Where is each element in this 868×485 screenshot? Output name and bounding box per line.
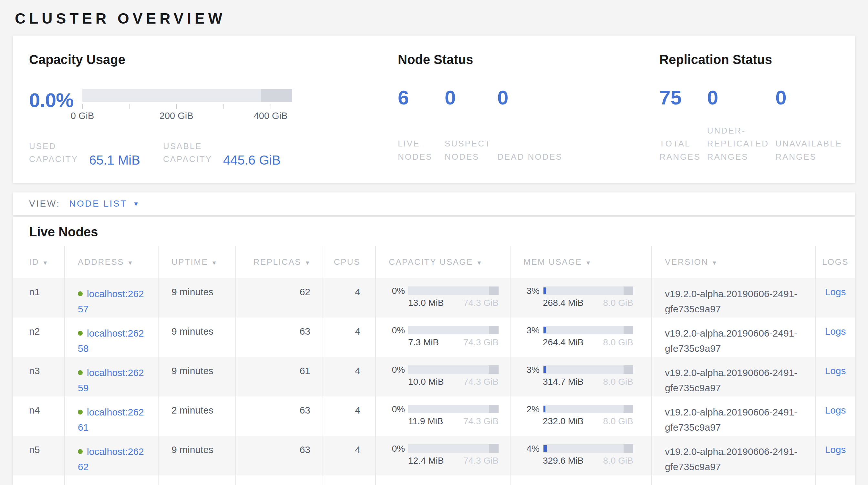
live-nodes-count: 6: [398, 86, 445, 109]
capacity-gauge: 0.0% 0 GiB 200 GiB 400 GiB: [29, 89, 398, 122]
node-uptime-cell: 9 minutes: [158, 357, 236, 396]
capacity-usage-title: Capacity Usage: [29, 52, 398, 67]
view-dropdown-value[interactable]: NODE LIST: [69, 199, 127, 209]
live-nodes-title: Live Nodes: [13, 217, 855, 246]
node-address-cell: localhost:26259: [65, 357, 158, 396]
column-header-mem-usage[interactable]: MEM USAGE▼: [510, 246, 652, 278]
node-capacity-usage-cell: 0% 10.0 MiB 74.3 GiB: [376, 357, 510, 396]
node-version-cell: v19.2.0-alpha.20190606-2491-gfe735c9a97: [652, 436, 815, 475]
capacity-total-value: 74.3 GiB: [463, 298, 499, 308]
live-nodes-table: ID▼ ADDRESS▼ UPTIME▼ REPLICAS▼ CPUS CAPA…: [13, 246, 855, 485]
capacity-percent-label: 0%: [389, 326, 405, 348]
node-mem-usage-cell: 3% 268.4 MiB 8.0 GiB: [510, 278, 652, 317]
capacity-usage-bar: [408, 365, 499, 374]
node-cpus-cell: 4: [323, 317, 376, 357]
node-replicas-cell: 63: [236, 436, 323, 475]
capacity-usage-bar: [408, 326, 499, 334]
used-capacity-stat: USED CAPACITY 65.1 MiB: [29, 140, 163, 166]
mem-used-value: 268.4 MiB: [543, 298, 584, 308]
mem-percent-label: 4%: [523, 444, 539, 466]
node-address-link[interactable]: localhost:26257: [78, 286, 147, 317]
node-mem-usage-cell: 4% 329.6 MiB 8.0 GiB: [510, 436, 652, 475]
capacity-gauge-bar: [82, 89, 292, 102]
node-version-cell: v19.2.0-alpha.20190606-2491-gfe735c9a97: [652, 357, 815, 396]
logs-link[interactable]: Logs: [825, 405, 846, 416]
column-header-replicas[interactable]: REPLICAS▼: [236, 246, 323, 278]
node-id-cell: n2: [13, 317, 65, 357]
sort-arrow-icon: ▼: [476, 260, 482, 266]
node-capacity-usage-cell: 0% 11.9 MiB 74.3 GiB: [376, 396, 510, 436]
capacity-percent-label: 0%: [389, 405, 405, 426]
node-cpus-cell: 4: [323, 278, 376, 317]
node-address-cell: localhost:26262: [65, 436, 158, 475]
live-status-dot-icon: [78, 449, 83, 454]
node-mem-usage-cell: 2% 232.0 MiB 8.0 GiB: [510, 396, 652, 436]
logs-link[interactable]: Logs: [825, 365, 846, 376]
node-address-link[interactable]: localhost:26261: [78, 405, 147, 435]
mem-usage-bar: [543, 365, 633, 374]
view-dropdown[interactable]: NODE LIST ▼: [69, 199, 139, 209]
node-address-link[interactable]: localhost:26262: [78, 444, 147, 474]
usable-capacity-value: 445.6 GiB: [223, 153, 281, 168]
live-nodes-stat: 6 LIVE NODES: [398, 86, 445, 163]
node-address-link[interactable]: localhost:26258: [78, 326, 147, 356]
node-row: n1 localhost:26257 9 minutes 62 4 0% 13.…: [13, 278, 855, 317]
node-replicas-cell: 63: [236, 396, 323, 436]
logs-link[interactable]: Logs: [825, 444, 846, 455]
mem-used-value: 264.4 MiB: [543, 337, 584, 348]
capacity-usage-meter: 0% 12.4 MiB 74.3 GiB: [389, 444, 510, 466]
unavailable-ranges-stat: 0 UNAVAILABLE RANGES: [775, 86, 864, 163]
capacity-percent-label: 0%: [389, 365, 405, 387]
node-address-cell: localhost:26258: [65, 317, 158, 357]
node-logs-cell: Logs: [815, 396, 855, 436]
suspect-nodes-count: 0: [445, 86, 497, 109]
node-id-cell: n5: [13, 436, 65, 475]
node-capacity-usage-cell: 0% 7.3 MiB 74.3 GiB: [376, 317, 510, 357]
node-id-cell: n1: [13, 278, 65, 317]
mem-used-value: 314.7 MiB: [543, 377, 584, 387]
node-address-link[interactable]: localhost:26259: [78, 365, 147, 395]
unavailable-ranges-label: UNAVAILABLE RANGES: [775, 137, 864, 163]
capacity-used-value: 12.4 MiB: [408, 456, 444, 466]
live-status-dot-icon: [78, 410, 83, 415]
capacity-usage-bar: [408, 286, 499, 295]
column-header-uptime[interactable]: UPTIME▼: [158, 246, 236, 278]
replication-status-title: Replication Status: [659, 52, 864, 67]
node-version-cell: v19.2.0-alpha.20190606-2491-gfe735c9a97: [652, 317, 815, 357]
node-row: n4 localhost:26261 2 minutes 63 4 0% 11.…: [13, 396, 855, 436]
total-ranges-count: 75: [659, 86, 707, 109]
logs-link[interactable]: Logs: [825, 326, 846, 337]
node-status-title: Node Status: [398, 52, 659, 67]
capacity-usage-bar: [408, 405, 499, 413]
logs-link[interactable]: Logs: [825, 286, 846, 297]
node-uptime-cell: 9 minutes: [158, 278, 236, 317]
node-uptime-cell: 9 minutes: [158, 317, 236, 357]
live-status-dot-icon: [78, 291, 83, 296]
column-header-id[interactable]: ID▼: [13, 246, 65, 278]
column-header-logs: LOGS: [815, 246, 855, 278]
mem-usage-meter: 4% 329.6 MiB 8.0 GiB: [523, 444, 651, 466]
node-capacity-usage-cell: 0% 12.4 MiB 74.3 GiB: [376, 436, 510, 475]
node-mem-usage-cell: 3% 314.7 MiB 8.0 GiB: [510, 357, 652, 396]
column-header-version[interactable]: VERSION▼: [652, 246, 815, 278]
node-version-cell: v19.2.0-alpha.20190606-2491-gfe735c9a97: [652, 396, 815, 436]
column-header-address[interactable]: ADDRESS▼: [65, 246, 158, 278]
node-replicas-cell: 63: [236, 317, 323, 357]
capacity-total-value: 74.3 GiB: [463, 416, 499, 426]
capacity-percent-label: 0%: [389, 444, 405, 466]
chevron-down-icon: ▼: [133, 200, 139, 207]
capacity-percent-label: 0%: [389, 286, 405, 308]
node-row: n3 localhost:26259 9 minutes 61 4 0% 10.…: [13, 357, 855, 396]
mem-usage-meter: 3% 264.4 MiB 8.0 GiB: [523, 326, 651, 348]
mem-percent-label: 3%: [523, 326, 539, 348]
node-replicas-cell: 62: [236, 278, 323, 317]
node-logs-cell: Logs: [815, 357, 855, 396]
column-header-capacity-usage[interactable]: CAPACITY USAGE▼: [376, 246, 510, 278]
node-id-cell: n4: [13, 396, 65, 436]
mem-total-value: 8.0 GiB: [603, 298, 633, 308]
live-status-dot-icon: [78, 331, 83, 336]
mem-usage-meter: 2% 232.0 MiB 8.0 GiB: [523, 405, 651, 426]
capacity-usage-meter: 0% 7.3 MiB 74.3 GiB: [389, 326, 510, 348]
capacity-used-value: 7.3 MiB: [408, 337, 439, 348]
node-row: n5 localhost:26262 9 minutes 63 4 0% 12.…: [13, 436, 855, 475]
